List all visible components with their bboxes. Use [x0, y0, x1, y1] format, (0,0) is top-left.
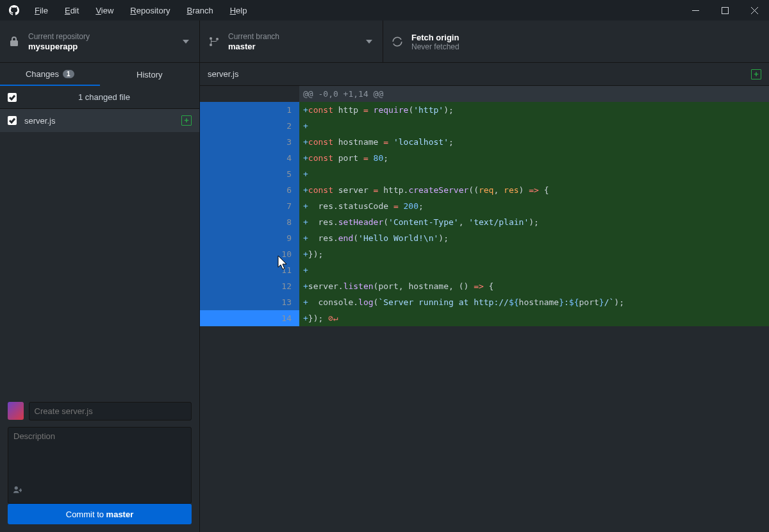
diff-code[interactable]: @@ -0,0 +1,14 @@ 1+const http = require(…	[200, 86, 769, 326]
sidebar-tabs: Changes 1 History	[0, 63, 199, 86]
diff-line[interactable]: 5+	[200, 166, 769, 182]
tab-changes-label: Changes	[26, 69, 59, 79]
close-button[interactable]	[740, 0, 769, 21]
tab-changes[interactable]: Changes 1	[0, 63, 100, 86]
file-checkbox[interactable]	[8, 116, 17, 125]
commit-button[interactable]: Commit to master	[8, 504, 192, 524]
diff-line[interactable]: 10+});	[200, 246, 769, 262]
changes-summary-text: 1 changed file	[17, 92, 192, 102]
sync-icon	[392, 37, 402, 47]
commit-button-branch: master	[106, 510, 134, 519]
file-added-icon: +	[751, 69, 761, 79]
lock-icon	[9, 37, 19, 47]
user-avatar	[8, 402, 24, 420]
file-added-icon: +	[181, 115, 192, 126]
commit-summary-input[interactable]	[29, 402, 192, 420]
diff-line[interactable]: 11+	[200, 262, 769, 278]
diff-line[interactable]: 6+const server = http.createServer((req,…	[200, 182, 769, 198]
diff-line[interactable]: 4+const port = 80;	[200, 150, 769, 166]
menu-branch[interactable]: Branch	[186, 6, 213, 15]
commit-description-input[interactable]	[8, 427, 192, 504]
diff-line[interactable]: 2+	[200, 118, 769, 134]
titlebar: File Edit View Repository Branch Help	[0, 0, 769, 21]
menu-file[interactable]: File	[35, 6, 48, 15]
fetch-origin-button[interactable]: Fetch origin Never fetched	[383, 21, 769, 62]
diff-hunk-header: @@ -0,0 +1,14 @@	[200, 86, 769, 102]
window-controls	[681, 0, 769, 21]
toolbar: Current repository mysuperapp Current br…	[0, 21, 769, 63]
branch-value: master	[228, 42, 279, 51]
menu-repository[interactable]: Repository	[130, 6, 170, 15]
hunk-text: @@ -0,0 +1,14 @@	[299, 86, 769, 102]
diff-line[interactable]: 14+}); ⊘↵	[200, 310, 769, 326]
diff-line[interactable]: 13+ console.log(`Server running at http:…	[200, 294, 769, 310]
diff-line[interactable]: 8+ res.setHeader('Content-Type', 'text/p…	[200, 214, 769, 230]
fetch-label: Fetch origin	[411, 33, 459, 42]
fetch-status: Never fetched	[411, 42, 459, 51]
diff-header: server.js +	[200, 63, 769, 86]
diff-line[interactable]: 12+server.listen(port, hostname, () => {	[200, 278, 769, 294]
select-all-checkbox[interactable]	[8, 93, 17, 102]
sidebar: Changes 1 History 1 changed file server.…	[0, 63, 200, 532]
chevron-down-icon	[183, 40, 189, 44]
branch-icon	[209, 37, 219, 47]
github-logo-icon	[9, 5, 19, 15]
menu-help[interactable]: Help	[230, 6, 247, 15]
svg-rect-1	[722, 7, 728, 13]
tab-history-label: History	[136, 70, 162, 79]
minimize-button[interactable]	[681, 0, 710, 21]
maximize-button[interactable]	[710, 0, 740, 21]
diff-filename: server.js	[208, 69, 238, 79]
diff-panel: server.js + @@ -0,0 +1,14 @@ 1+const htt…	[200, 63, 769, 532]
repo-value: mysuperapp	[28, 42, 90, 51]
menu-view[interactable]: View	[95, 6, 113, 15]
repo-label: Current repository	[28, 32, 90, 41]
changed-file-row[interactable]: server.js +	[0, 109, 199, 132]
changes-summary-row: 1 changed file	[0, 86, 199, 109]
menubar: File Edit View Repository Branch Help	[35, 6, 247, 15]
diff-line[interactable]: 3+const hostname = 'localhost';	[200, 134, 769, 150]
commit-button-prefix: Commit to	[66, 510, 106, 519]
current-repository-selector[interactable]: Current repository mysuperapp	[0, 21, 200, 62]
branch-label: Current branch	[228, 32, 279, 41]
diff-line[interactable]: 9+ res.end('Hello World!\n');	[200, 230, 769, 246]
file-name: server.js	[24, 116, 174, 126]
changes-count-badge: 1	[63, 70, 74, 78]
chevron-down-icon	[366, 40, 372, 44]
tab-history[interactable]: History	[100, 63, 200, 86]
current-branch-selector[interactable]: Current branch master	[200, 21, 383, 62]
menu-edit[interactable]: Edit	[65, 6, 79, 15]
commit-panel: Commit to master	[0, 394, 199, 532]
diff-line[interactable]: 7+ res.statusCode = 200;	[200, 198, 769, 214]
diff-line[interactable]: 1+const http = require('http');	[200, 102, 769, 118]
